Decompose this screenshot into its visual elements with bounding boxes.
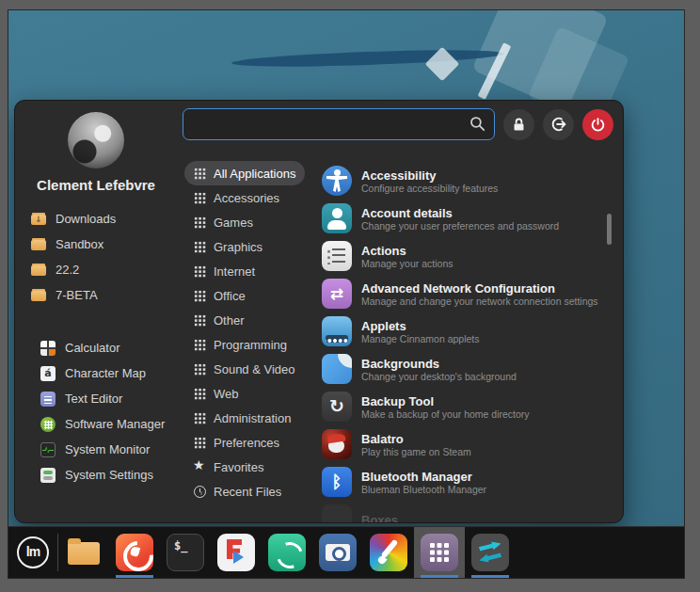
sidebar-item-label: System Settings <box>65 468 153 482</box>
folder-download-icon <box>30 211 47 228</box>
sidebar-item[interactable]: Text Editor <box>24 386 177 411</box>
software-manager-icon <box>40 416 56 433</box>
taskbar-item[interactable] <box>465 527 516 578</box>
category-item[interactable]: Accessories <box>184 185 289 210</box>
text-editor-icon <box>40 391 56 408</box>
sidebar-item[interactable]: Calculator <box>24 335 177 360</box>
category-item[interactable]: Internet <box>184 259 264 283</box>
app-item[interactable]: Backgrounds Change your desktop's backgr… <box>322 350 613 388</box>
sidebar-item-label: Calculator <box>65 341 120 355</box>
folder-icon <box>30 287 47 304</box>
category-item[interactable]: Preferences <box>184 430 289 455</box>
category-label: Internet <box>214 264 255 279</box>
sidebar-item[interactable]: Downloads <box>15 206 177 232</box>
folder-icon <box>30 236 47 253</box>
sidebar-item[interactable]: Sandbox <box>15 232 177 257</box>
sidebar-item-label: 22.2 <box>56 263 79 277</box>
paint-icon <box>370 534 407 571</box>
sidebar-item[interactable]: System Settings <box>24 462 177 488</box>
category-item[interactable]: Favorites <box>184 455 273 479</box>
bluetooth-icon <box>322 467 352 497</box>
app-item[interactable]: Advanced Network Configuration Manage an… <box>322 275 613 312</box>
wallpaper-swoosh <box>231 47 504 70</box>
sidebar-item[interactable]: System Monitor <box>24 437 177 462</box>
taskbar-item[interactable] <box>363 527 414 578</box>
grid-icon <box>194 363 206 376</box>
backgrounds-icon <box>322 354 352 384</box>
app-name: Bluetooth Manager <box>361 470 486 484</box>
search-icon <box>469 115 486 133</box>
sidebar-item[interactable]: 22.2 <box>15 257 177 282</box>
mint-logo-icon <box>17 536 49 568</box>
sidebar-places: Downloads Sandbox 22.2 7-BETA <box>15 206 177 308</box>
sidebar-item[interactable]: Character Map <box>24 360 177 386</box>
app-item[interactable]: Account details Change your user prefere… <box>322 200 613 237</box>
user-name: Clement Lefebvre <box>15 177 177 193</box>
app-item[interactable]: Bluetooth Manager Blueman Bluetooth Mana… <box>322 463 613 501</box>
app-item[interactable]: Boxes <box>322 501 613 523</box>
sidebar-item-label: 7-BETA <box>56 288 98 302</box>
category-item[interactable]: Administration <box>184 406 300 430</box>
app-description: Manage and change your network connectio… <box>361 296 598 307</box>
app-item[interactable]: Applets Manage Cinnamon applets <box>322 312 613 350</box>
menu-button[interactable] <box>8 527 57 578</box>
system-monitor-icon <box>40 441 56 458</box>
category-label: Recent Files <box>214 485 281 499</box>
grid-icon <box>194 168 206 180</box>
character-map-icon <box>40 365 56 382</box>
app-item[interactable]: Balatro Play this game on Steam <box>322 425 613 463</box>
app-item[interactable]: Backup Tool Make a backup of your home d… <box>322 388 613 425</box>
grid-icon <box>194 216 206 229</box>
taskbar-item[interactable] <box>414 527 465 578</box>
taskbar-item[interactable] <box>262 527 312 578</box>
app-name: Advanced Network Configuration <box>361 281 598 296</box>
lock-button[interactable] <box>503 109 534 140</box>
backup-icon <box>322 392 352 422</box>
category-label: Administration <box>214 411 291 425</box>
category-item[interactable]: Graphics <box>184 234 272 259</box>
balatro-icon <box>322 429 352 459</box>
sidebar-item[interactable]: Software Manager <box>24 411 177 437</box>
category-list: All Applications Accessories Games Graph… <box>183 152 312 523</box>
category-label: Sound & Video <box>214 362 295 376</box>
taskbar-item[interactable] <box>58 527 109 578</box>
desktop: Clement Lefebvre Downloads Sandbox 22.2 … <box>8 9 685 579</box>
app-description: Play this game on Steam <box>361 446 471 457</box>
camera-icon <box>319 534 357 571</box>
taskbar-item[interactable] <box>211 527 262 578</box>
app-name: Backgrounds <box>361 357 517 371</box>
category-item[interactable]: All Applications <box>184 161 305 185</box>
category-label: Accessories <box>214 191 279 205</box>
menu-top-row <box>183 108 613 140</box>
taskbar-item[interactable] <box>109 527 160 578</box>
category-item[interactable]: Other <box>184 308 254 332</box>
app-name: Balatro <box>361 432 471 446</box>
app-item[interactable]: Actions Manage your actions <box>322 237 613 275</box>
power-button[interactable] <box>582 109 613 140</box>
category-item[interactable]: Games <box>184 210 262 234</box>
logout-button[interactable] <box>543 109 574 140</box>
grid-icon <box>194 192 206 204</box>
app-description: Blueman Bluetooth Manager <box>361 484 486 495</box>
category-item[interactable]: Sound & Video <box>184 357 305 381</box>
sidebar-item-label: Software Manager <box>65 417 165 431</box>
category-label: Programming <box>214 338 287 352</box>
category-item[interactable]: Web <box>184 381 248 406</box>
sidebar-item-label: Text Editor <box>65 392 122 406</box>
category-item[interactable]: Office <box>184 283 255 308</box>
search-input[interactable] <box>183 108 495 140</box>
sidebar-item[interactable]: 7-BETA <box>15 282 177 308</box>
grid-icon <box>194 339 206 351</box>
category-item[interactable]: Recent Files <box>184 479 291 504</box>
star-icon <box>194 461 206 473</box>
taskbar-item[interactable] <box>312 527 363 578</box>
avatar[interactable] <box>68 112 124 168</box>
category-item[interactable]: Programming <box>184 332 296 357</box>
flag-f-icon <box>217 534 255 571</box>
app-item[interactable]: Accessibility Configure accessibility fe… <box>322 162 613 200</box>
taskbar-item[interactable] <box>160 527 211 578</box>
app-name: Applets <box>361 319 480 333</box>
grid-icon <box>194 437 206 449</box>
calculator-icon <box>40 340 56 357</box>
scrollbar-thumb[interactable] <box>607 214 612 245</box>
